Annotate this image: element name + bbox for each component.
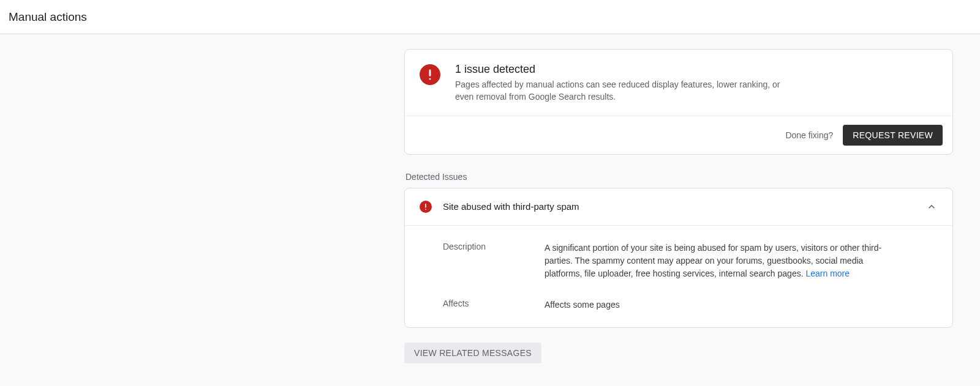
summary-actions: Done fixing? Request Review [405, 116, 952, 154]
chevron-up-icon [925, 201, 938, 213]
page-title: Manual actions [9, 10, 87, 24]
issue-title: Site abused with third-party spam [443, 201, 914, 212]
summary-card: 1 issue detected Pages affected by manua… [404, 49, 953, 155]
error-icon [420, 64, 440, 85]
summary-text: 1 issue detected Pages affected by manua… [455, 63, 798, 103]
error-icon [420, 201, 432, 213]
issue-body: Description A significant portion of you… [405, 225, 952, 327]
issue-description-row: Description A significant portion of you… [443, 242, 938, 280]
issue-card: Site abused with third-party spam Descri… [404, 188, 953, 328]
view-related-messages-button[interactable]: View Related Messages [404, 343, 541, 363]
issue-header[interactable]: Site abused with third-party spam [405, 188, 952, 225]
done-fixing-label: Done fixing? [785, 130, 833, 140]
summary-title: 1 issue detected [455, 63, 798, 76]
summary-subtitle: Pages affected by manual actions can see… [455, 78, 798, 103]
affects-label: Affects [443, 299, 532, 308]
issue-affects-row: Affects Affects some pages [443, 299, 938, 311]
request-review-button[interactable]: Request Review [843, 125, 943, 146]
content-area: 1 issue detected Pages affected by manua… [0, 34, 980, 386]
learn-more-link[interactable]: Learn more [805, 269, 850, 278]
footer-actions: View Related Messages [404, 343, 953, 363]
svg-rect-5 [425, 209, 426, 210]
description-value: A significant portion of your site is be… [545, 242, 888, 280]
svg-rect-1 [429, 70, 431, 76]
svg-rect-2 [429, 78, 431, 80]
svg-rect-4 [425, 204, 426, 208]
description-label: Description [443, 242, 532, 251]
affects-value: Affects some pages [545, 299, 888, 311]
summary-top: 1 issue detected Pages affected by manua… [405, 50, 952, 116]
detected-issues-label: Detected Issues [405, 172, 953, 182]
page-header: Manual actions [0, 0, 980, 34]
